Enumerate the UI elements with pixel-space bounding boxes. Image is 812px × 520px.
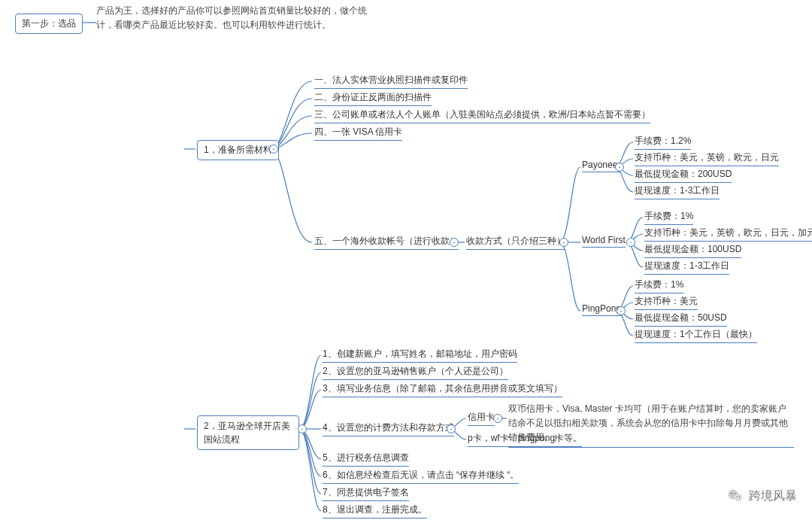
payoneer-min: 最低提现金额：200USD (635, 168, 732, 183)
worldfirst-currencies: 支持币种：美元，英镑，欧元，日元，加元(币种最多) (644, 227, 812, 242)
payoneer-speed: 提现速度：1-3工作日 (635, 184, 720, 199)
expand-icon[interactable] (615, 163, 624, 172)
provider-worldfirst[interactable]: World First (582, 235, 626, 248)
us-flow-node[interactable]: 2，亚马逊全球开店美国站流程 (197, 415, 299, 450)
payment-methods-node[interactable]: 收款方式（只介绍三种） (466, 235, 565, 250)
wechat-icon (726, 487, 744, 505)
step1-desc: 产品为王，选择好的产品你可以参照网站首页销量比较好的，做个统计，看哪类产品最近比… (96, 4, 367, 32)
us-flow-step-3: 3、填写业务信息（除了邮箱，其余信息用拼音或英文填写） (323, 382, 562, 397)
us-flow-step-5: 5、进行税务信息调查 (323, 452, 409, 467)
expand-icon[interactable] (269, 144, 278, 154)
watermark-text: 跨境风暴 (749, 488, 797, 504)
worldfirst-speed: 提现速度：1-3工作日 (644, 260, 729, 275)
svg-point-7 (737, 497, 738, 497)
watermark: 跨境风暴 (726, 487, 797, 505)
payoneer-currencies: 支持币种：美元，英镑，欧元，日元 (635, 151, 779, 166)
us-flow-step-6: 6、如信息经检查后无误，请点击 “保存并继续 “。 (323, 469, 519, 484)
svg-point-4 (735, 494, 742, 501)
expand-icon[interactable] (617, 306, 626, 315)
us-flow-step-2: 2、设置您的亚马逊销售账户（个人还是公司） (323, 365, 508, 380)
us-flow-step4-pcard: p卡，wf卡，pingpong卡等。 (468, 432, 582, 447)
expand-icon[interactable] (450, 238, 459, 247)
worldfirst-fee: 手续费：1% (644, 210, 693, 225)
provider-pingpong[interactable]: PingPong (582, 303, 621, 316)
svg-point-8 (739, 497, 740, 497)
material-item-4: 四、一张 VISA 信用卡 (314, 126, 402, 141)
material-item-5: 五、一个海外收款帐号（进行收款） (314, 235, 459, 250)
worldfirst-min: 最低提现金额：100USD (644, 243, 741, 258)
pingpong-min: 最低提现金额：50USD (635, 312, 727, 327)
material-item-2: 二、身份证正反两面的扫描件 (314, 91, 432, 106)
pingpong-speed: 提现速度：1个工作日（最快） (635, 328, 757, 343)
material-item-3: 三、公司账单或者法人个人账单（入驻美国站点必须提供，欧洲/日本站点暂不需要） (314, 108, 650, 123)
pingpong-currencies: 支持币种：美元 (635, 295, 698, 310)
step1-node[interactable]: 第一步：选品 (15, 14, 83, 34)
payoneer-fee: 手续费：1.2% (635, 135, 691, 150)
us-flow-step4-cc: 信用卡 (468, 411, 495, 426)
svg-point-5 (731, 493, 732, 494)
us-flow-step-4: 4、设置您的计费方法和存款方式 (323, 421, 454, 436)
expand-icon[interactable] (298, 424, 307, 433)
us-flow-step-8: 8、退出调查，注册完成。 (323, 503, 427, 518)
us-flow-step-7: 7、同意提供电子签名 (323, 486, 409, 501)
materials-node[interactable]: 1，准备所需材料 (197, 140, 279, 160)
expand-icon[interactable] (626, 238, 635, 247)
material-item-1: 一、法人实体营业执照扫描件或复印件 (314, 74, 468, 89)
pingpong-fee: 手续费：1% (635, 278, 683, 293)
expand-icon[interactable] (559, 238, 568, 247)
svg-point-6 (734, 493, 735, 494)
us-flow-step-1: 1、创建新账户，填写姓名，邮箱地址，用户密码 (323, 348, 517, 363)
expand-icon[interactable] (493, 414, 502, 423)
expand-icon[interactable] (447, 424, 456, 433)
